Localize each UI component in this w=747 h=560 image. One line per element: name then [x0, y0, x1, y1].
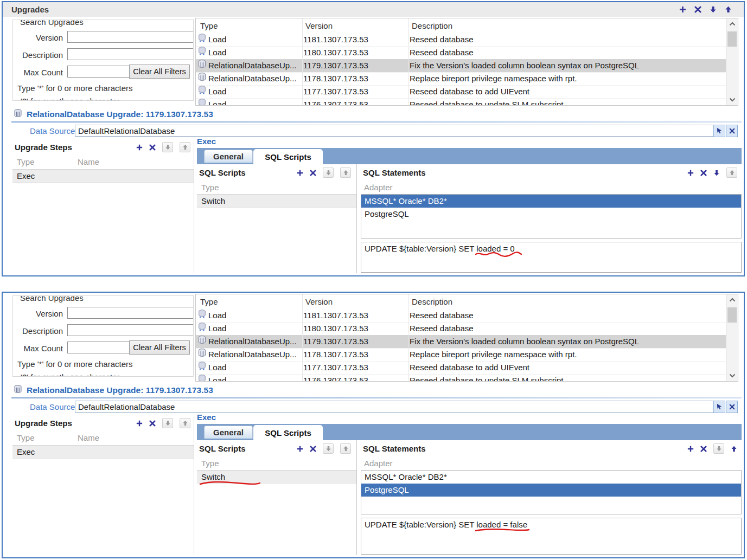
- column-header-type[interactable]: Type: [198, 18, 303, 33]
- move-down-icon[interactable]: [710, 6, 717, 13]
- load-database-icon: [198, 374, 206, 382]
- scrollbar-thumb[interactable]: [727, 31, 737, 47]
- steps-column-name[interactable]: Name: [78, 157, 99, 166]
- max-count-input[interactable]: [67, 66, 130, 78]
- delete-icon[interactable]: [700, 446, 707, 452]
- table-row[interactable]: Load 1177.1307.173.53 Reseed database to…: [196, 361, 726, 375]
- close-icon: [729, 402, 735, 412]
- add-icon[interactable]: [297, 446, 303, 452]
- adapter-row-postgresql[interactable]: PostgreSQL: [361, 484, 741, 497]
- adapter-row-mssql-oracle-db2[interactable]: MSSQL* Oracle* DB2*: [361, 195, 741, 208]
- move-down-icon[interactable]: [713, 443, 724, 454]
- scripts-column-type[interactable]: Type: [201, 183, 219, 192]
- steps-column-type[interactable]: Type: [17, 433, 35, 442]
- sql-statement-editor[interactable]: UPDATE ${table:Version} SET loaded = 0: [361, 242, 742, 273]
- upgrades-table: Type Version Description Load 1181.1307.…: [195, 294, 738, 382]
- tab-sql-scripts[interactable]: SQL Scripts: [253, 425, 323, 440]
- delete-icon[interactable]: [310, 446, 316, 452]
- add-icon[interactable]: [136, 144, 143, 151]
- move-down-icon[interactable]: [323, 443, 334, 454]
- adapter-row-mssql-oracle-db2[interactable]: MSSQL* Oracle* DB2*: [361, 471, 741, 484]
- upgrade-step-row[interactable]: Exec: [12, 446, 194, 459]
- table-row[interactable]: Load 1177.1307.173.53 Reseed database to…: [196, 85, 726, 99]
- table-row[interactable]: Load 1181.1307.173.53 Reseed database: [196, 309, 726, 323]
- adapter-row-postgresql[interactable]: PostgreSQL: [361, 208, 741, 221]
- scrollbar-down-icon[interactable]: [726, 94, 738, 105]
- select-reference-button[interactable]: [713, 401, 725, 413]
- delete-icon[interactable]: [149, 144, 156, 151]
- table-row[interactable]: Load 1180.1307.173.53 Reseed database: [196, 46, 726, 60]
- scrollbar-up-icon[interactable]: [726, 18, 738, 29]
- statements-column-adapter[interactable]: Adapter: [364, 459, 393, 468]
- select-reference-button[interactable]: [713, 125, 725, 137]
- delete-icon[interactable]: [694, 6, 701, 13]
- table-scrollbar[interactable]: [726, 294, 738, 381]
- delete-icon[interactable]: [310, 170, 316, 176]
- scrollbar-thumb[interactable]: [727, 307, 737, 323]
- upgrade-step-row[interactable]: Exec: [12, 170, 194, 183]
- table-row-selected[interactable]: RelationalDatabaseUp... 1179.1307.173.53…: [196, 335, 726, 349]
- max-count-input[interactable]: [67, 342, 130, 353]
- data-source-input[interactable]: [75, 125, 717, 137]
- move-down-icon[interactable]: [162, 142, 173, 152]
- clear-all-filters-button[interactable]: Clear All Filters: [129, 340, 190, 355]
- delete-icon[interactable]: [149, 420, 156, 427]
- move-up-icon[interactable]: [340, 168, 351, 178]
- clear-all-filters-button[interactable]: Clear All Filters: [129, 65, 190, 79]
- tab-general[interactable]: General: [204, 426, 253, 439]
- clear-reference-button[interactable]: [726, 401, 738, 413]
- column-header-version[interactable]: Version: [303, 294, 408, 309]
- wildcard-hint-1: Type '*' for 0 or more characters: [17, 83, 132, 93]
- table-row[interactable]: Load 1181.1307.173.53 Reseed database: [196, 33, 726, 47]
- tab-sql-scripts[interactable]: SQL Scripts: [253, 149, 323, 164]
- description-input[interactable]: [67, 324, 194, 336]
- add-icon[interactable]: [687, 446, 694, 452]
- scrollbar-up-icon[interactable]: [726, 294, 738, 305]
- sql-statement-editor[interactable]: UPDATE ${table:Version} SET loaded = fal…: [361, 518, 742, 555]
- add-icon[interactable]: [679, 6, 686, 13]
- scrollbar-down-icon[interactable]: [726, 370, 738, 381]
- steps-column-name[interactable]: Name: [78, 433, 99, 442]
- description-input[interactable]: [67, 48, 194, 60]
- add-icon[interactable]: [297, 170, 303, 176]
- scripts-column-type[interactable]: Type: [201, 459, 219, 468]
- move-up-icon[interactable]: [180, 418, 190, 428]
- tab-general[interactable]: General: [204, 150, 253, 163]
- table-row-clipped[interactable]: Load 1176.1307.173.53 Reseed database to…: [196, 98, 726, 106]
- table-row-clipped[interactable]: Load 1176.1307.173.53 Reseed database to…: [196, 374, 726, 382]
- move-down-icon[interactable]: [713, 170, 720, 176]
- column-header-description[interactable]: Description: [410, 294, 724, 309]
- search-group-legend: Search Upgrades: [17, 295, 86, 302]
- data-source-input[interactable]: [75, 401, 717, 413]
- load-database-icon: [198, 33, 206, 46]
- column-header-description[interactable]: Description: [410, 18, 724, 33]
- table-row[interactable]: RelationalDatabaseUp... 1178.1307.173.53…: [196, 72, 726, 86]
- move-up-icon[interactable]: [731, 446, 737, 452]
- add-icon[interactable]: [136, 420, 143, 427]
- version-input[interactable]: [67, 31, 194, 43]
- delete-icon[interactable]: [700, 170, 707, 176]
- move-up-icon[interactable]: [180, 142, 190, 152]
- load-database-icon: [198, 309, 206, 322]
- table-row[interactable]: Load 1180.1307.173.53 Reseed database: [196, 322, 726, 336]
- sql-script-row-switch[interactable]: Switch: [197, 195, 356, 208]
- move-up-icon[interactable]: [726, 168, 737, 178]
- table-row-selected[interactable]: RelationalDatabaseUp... 1179.1307.173.53…: [196, 59, 726, 73]
- move-down-icon[interactable]: [162, 418, 173, 428]
- table-row[interactable]: RelationalDatabaseUp... 1178.1307.173.53…: [196, 348, 726, 362]
- move-up-icon[interactable]: [725, 6, 732, 13]
- description-label: Description: [13, 50, 63, 60]
- move-down-icon[interactable]: [323, 168, 334, 178]
- clear-reference-button[interactable]: [726, 125, 738, 137]
- exec-tabbar: General SQL Scripts: [197, 424, 742, 440]
- column-header-type[interactable]: Type: [198, 294, 303, 309]
- panel-title: Upgrades: [11, 5, 49, 14]
- version-input[interactable]: [67, 307, 194, 319]
- wildcard-hint-2: '?' for exactly one character: [21, 372, 119, 377]
- statements-column-adapter[interactable]: Adapter: [364, 183, 393, 192]
- steps-column-type[interactable]: Type: [17, 157, 35, 166]
- table-scrollbar[interactable]: [726, 18, 738, 105]
- column-header-version[interactable]: Version: [303, 18, 408, 33]
- move-up-icon[interactable]: [340, 443, 351, 454]
- add-icon[interactable]: [687, 170, 694, 176]
